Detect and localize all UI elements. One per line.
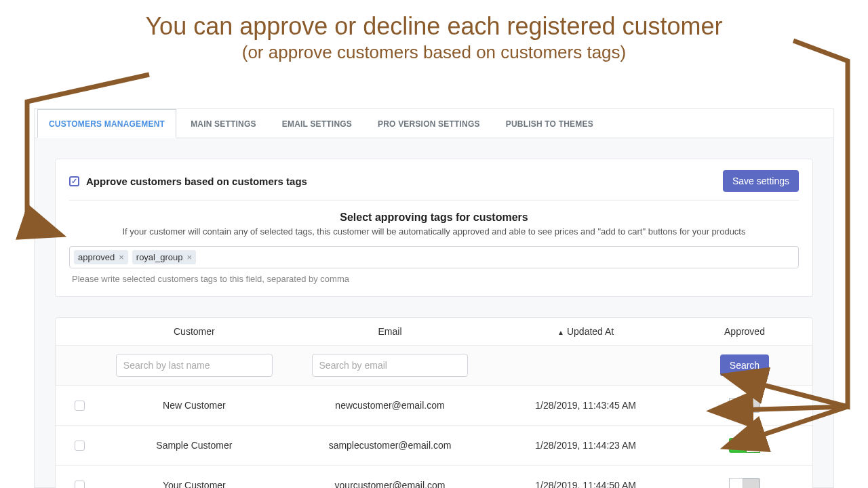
approve-customers-checkbox-label: Approve customers based on customers tag… (86, 176, 307, 187)
table-row: Sample Customer samplecustomer@email.com… (56, 426, 812, 466)
cell-customer: Your Customer (96, 480, 292, 488)
tags-helper-text: Please write selected customers tags to … (72, 274, 799, 284)
search-button[interactable]: Search (720, 354, 769, 376)
cell-customer: Sample Customer (96, 440, 292, 451)
tag-chip[interactable]: royal_group × (132, 250, 196, 264)
tag-chip-label: royal_group (136, 252, 183, 262)
approved-toggle[interactable] (729, 478, 760, 488)
row-checkbox[interactable] (75, 401, 85, 411)
card-header: Approve customers based on customers tag… (69, 170, 799, 201)
row-checkbox[interactable] (75, 481, 85, 489)
approve-tags-card: Approve customers based on customers tag… (55, 159, 813, 297)
tag-chip[interactable]: approved × (74, 250, 128, 264)
approved-toggle[interactable] (729, 438, 760, 453)
tags-text-input[interactable] (200, 252, 794, 263)
table-row: Your Customer yourcustomer@email.com 1/2… (56, 466, 812, 488)
close-icon[interactable]: × (119, 252, 124, 262)
filter-row: Search (56, 346, 812, 386)
approving-tags-desc: If your customer will contain any of sel… (69, 226, 799, 237)
approve-customers-checkbox[interactable] (69, 176, 79, 186)
row-checkbox[interactable] (75, 441, 85, 451)
tab-main-settings[interactable]: MAIN SETTINGS (179, 109, 268, 138)
close-icon[interactable]: × (186, 252, 192, 262)
tab-publish-to-themes[interactable]: PUBLISH TO THEMES (494, 109, 605, 138)
search-email-input[interactable] (312, 354, 469, 377)
tag-chip-label: approved (78, 252, 115, 262)
cell-email: yourcustomer@email.com (292, 480, 488, 488)
tab-customers-management[interactable]: CUSTOMERS MANAGEMENT (37, 109, 176, 138)
cell-email: newcustomer@email.com (292, 400, 488, 411)
customers-table: Customer Email Updated At Approved Searc… (55, 317, 813, 488)
col-approved[interactable]: Approved (684, 326, 806, 337)
col-email[interactable]: Email (292, 326, 488, 337)
cell-updated: 1/28/2019, 11:44:23 AM (488, 440, 684, 451)
cell-customer: New Customer (96, 400, 292, 411)
overlay-line-2: (or approve customers based on customers… (0, 42, 868, 63)
tags-input[interactable]: approved × royal_group × (69, 246, 799, 268)
tab-email-settings[interactable]: EMAIL SETTINGS (271, 109, 363, 138)
approved-toggle[interactable] (729, 398, 760, 413)
overlay-line-1: You can approve or decline each register… (0, 12, 868, 41)
app-shell: CUSTOMERS MANAGEMENT MAIN SETTINGS EMAIL… (34, 108, 834, 488)
save-settings-button[interactable]: Save settings (723, 170, 799, 192)
cell-updated: 1/28/2019, 11:43:45 AM (488, 400, 684, 411)
tab-pro-version-settings[interactable]: PRO VERSION SETTINGS (366, 109, 492, 138)
cell-updated: 1/28/2019, 11:44:50 AM (488, 480, 684, 488)
nav-tabs: CUSTOMERS MANAGEMENT MAIN SETTINGS EMAIL… (35, 109, 833, 138)
col-customer[interactable]: Customer (96, 326, 292, 337)
tutorial-overlay-text: You can approve or decline each register… (0, 12, 868, 63)
table-row: New Customer newcustomer@email.com 1/28/… (56, 386, 812, 426)
search-lastname-input[interactable] (116, 354, 273, 377)
table-header: Customer Email Updated At Approved (56, 318, 812, 346)
col-updated-at[interactable]: Updated At (488, 326, 684, 337)
approve-customers-checkbox-row: Approve customers based on customers tag… (69, 176, 307, 187)
cell-email: samplecustomer@email.com (292, 440, 488, 451)
approving-tags-title: Select approving tags for customers (69, 211, 799, 224)
